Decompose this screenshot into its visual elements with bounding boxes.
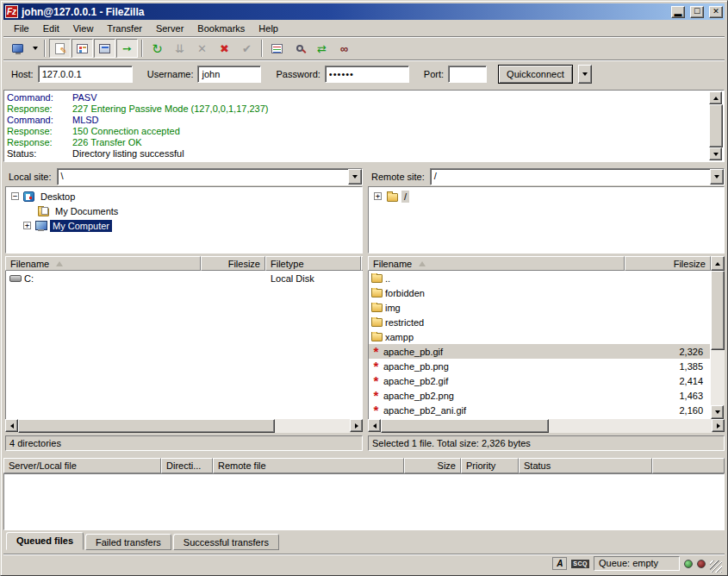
expand-icon[interactable]: + — [374, 192, 382, 200]
tab-successful-transfers[interactable]: Successful transfers — [173, 534, 279, 550]
file-row[interactable]: restricted — [369, 315, 710, 329]
scroll-track[interactable] — [711, 271, 725, 405]
menu-bookmarks[interactable]: Bookmarks — [190, 22, 252, 35]
column-filename[interactable]: Filename — [368, 256, 625, 271]
find-files-button[interactable]: ∞ — [333, 39, 355, 58]
column-filename[interactable]: Filename — [5, 256, 201, 271]
host-label: Host: — [11, 69, 34, 79]
column-status[interactable]: Status — [519, 458, 652, 473]
scroll-track[interactable] — [709, 104, 723, 147]
synchronized-browsing-button[interactable]: ⇄ — [311, 39, 333, 58]
maximize-button[interactable]: ☐ — [690, 6, 704, 18]
tree-item-label[interactable]: My Computer — [50, 220, 112, 232]
indicator-badge-icon[interactable]: SCQ — [571, 560, 589, 568]
column-server-local-file[interactable]: Server/Local file — [3, 458, 161, 473]
toggle-message-log-button[interactable] — [49, 39, 71, 58]
scroll-track[interactable] — [275, 419, 350, 433]
activity-led-green — [684, 560, 693, 568]
cancel-button[interactable]: ✕ — [191, 39, 213, 58]
site-manager-dropdown[interactable] — [29, 39, 40, 58]
file-row-selected[interactable]: *apache_pb.gif 2,326 — [369, 344, 710, 359]
menu-view[interactable]: View — [66, 22, 101, 35]
scroll-thumb[interactable] — [711, 271, 725, 350]
tree-item-my-computer[interactable]: + My Computer — [8, 218, 360, 233]
remote-site-combo[interactable]: / — [430, 168, 725, 185]
remote-vscrollbar[interactable] — [711, 271, 725, 419]
queue-list[interactable] — [3, 473, 725, 530]
column-direction[interactable]: Directi... — [161, 458, 213, 473]
scroll-down-button[interactable] — [709, 147, 722, 160]
scroll-thumb[interactable] — [709, 104, 723, 147]
minimize-button[interactable]: ▬ — [671, 6, 685, 18]
process-queue-button[interactable]: ⇊ — [169, 39, 190, 58]
scroll-track[interactable] — [549, 419, 712, 433]
close-button[interactable]: ✕ — [709, 6, 723, 18]
tab-queued-files[interactable]: Queued files — [6, 532, 84, 550]
column-remote-file[interactable]: Remote file — [213, 458, 404, 473]
reconnect-button[interactable]: ✔ — [236, 39, 258, 58]
resize-grip[interactable] — [710, 560, 722, 573]
disconnect-button[interactable]: ✖ — [214, 39, 235, 58]
column-priority[interactable]: Priority — [461, 458, 519, 473]
scroll-thumb[interactable] — [18, 419, 275, 433]
toggle-queue-button[interactable]: ➙ — [116, 39, 138, 58]
tab-failed-transfers[interactable]: Failed transfers — [85, 534, 171, 550]
password-input[interactable] — [325, 66, 409, 83]
menu-server[interactable]: Server — [149, 22, 190, 35]
scroll-down-button[interactable] — [711, 405, 724, 419]
remote-hscrollbar[interactable] — [368, 419, 725, 433]
menu-help[interactable]: Help — [252, 22, 285, 35]
directory-comparison-button[interactable] — [289, 39, 310, 58]
column-filesize[interactable]: Filesize — [201, 256, 265, 271]
file-row[interactable]: .. — [369, 271, 710, 285]
file-row[interactable]: img — [369, 300, 710, 315]
scroll-thumb[interactable] — [381, 419, 549, 433]
username-input[interactable] — [197, 66, 261, 83]
port-input[interactable] — [448, 66, 487, 83]
combo-dropdown-button[interactable] — [710, 169, 724, 185]
log-scrollbar[interactable] — [709, 91, 723, 160]
filter-button[interactable] — [266, 39, 288, 58]
quickconnect-button[interactable]: Quickconnect — [498, 65, 573, 84]
scroll-up-button[interactable] — [711, 256, 725, 271]
column-last-modified[interactable]: Last modified — [361, 256, 363, 271]
column-filetype[interactable]: Filetype — [265, 256, 361, 271]
tree-item-label[interactable]: Desktop — [38, 191, 78, 203]
column-size[interactable]: Size — [404, 458, 461, 473]
data-type-indicator[interactable]: A — [552, 557, 567, 570]
host-input[interactable] — [38, 66, 133, 83]
file-row-c-drive[interactable]: C: Local Disk — [6, 271, 362, 285]
file-row[interactable]: *apache_pb.png 1,385 — [369, 359, 710, 373]
tree-item-desktop[interactable]: − Desktop — [8, 189, 360, 203]
refresh-button[interactable]: ↻ — [146, 39, 168, 58]
scroll-right-button[interactable] — [712, 419, 725, 432]
scroll-up-button[interactable] — [709, 91, 722, 104]
tree-item-label[interactable]: / — [401, 191, 409, 203]
file-row[interactable]: *apache_pb2.gif 2,414 — [369, 373, 710, 388]
tree-item-my-documents[interactable]: My Documents — [8, 203, 360, 218]
toggle-local-tree-button[interactable] — [72, 39, 93, 58]
expand-icon[interactable]: + — [23, 222, 31, 229]
scroll-left-button[interactable] — [5, 419, 18, 432]
menu-edit[interactable]: Edit — [36, 22, 66, 35]
tree-item-label[interactable]: My Documents — [53, 205, 121, 217]
local-site-combo[interactable]: \ — [57, 168, 363, 185]
remote-tree: + / — [368, 186, 725, 254]
column-filesize[interactable]: Filesize — [625, 256, 711, 271]
collapse-icon[interactable]: − — [11, 192, 19, 200]
file-row[interactable]: *apache_pb2_ani.gif 2,160 — [369, 403, 710, 417]
combo-dropdown-button[interactable] — [348, 169, 362, 185]
tree-item-root[interactable]: + / — [370, 189, 722, 203]
site-manager-button[interactable] — [7, 39, 28, 58]
menu-file[interactable]: File — [7, 22, 36, 35]
quickconnect-dropdown[interactable] — [578, 65, 592, 84]
scroll-left-button[interactable] — [368, 419, 381, 432]
file-row[interactable]: forbidden — [369, 285, 710, 300]
scroll-right-button[interactable] — [350, 419, 363, 432]
title-bar[interactable]: Fz john@127.0.0.1 - FileZilla ▬ ☐ ✕ — [3, 3, 725, 20]
file-row[interactable]: xampp — [369, 329, 710, 344]
local-hscrollbar[interactable] — [5, 419, 363, 433]
menu-transfer[interactable]: Transfer — [100, 22, 149, 35]
toggle-remote-tree-button[interactable] — [94, 39, 115, 58]
file-row[interactable]: *apache_pb2.png 1,463 — [369, 388, 710, 403]
